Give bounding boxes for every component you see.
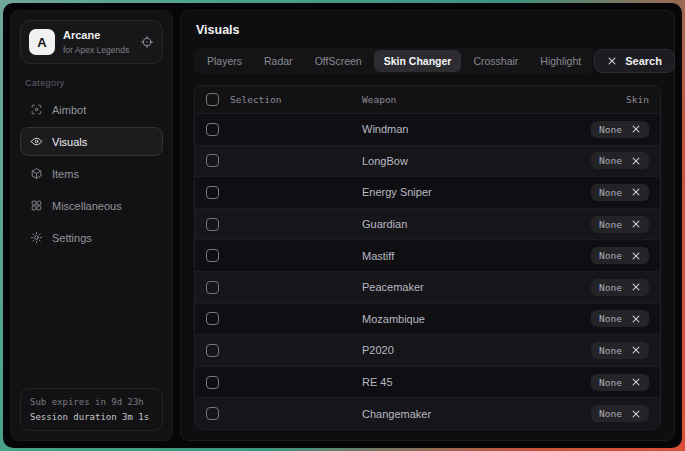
weapon-name: Guardian bbox=[362, 218, 407, 230]
skin-value: None bbox=[599, 219, 622, 230]
clear-skin-icon[interactable] bbox=[631, 345, 641, 355]
tab-radar[interactable]: Radar bbox=[254, 50, 303, 72]
skin-selector[interactable]: None bbox=[591, 405, 649, 422]
skin-selector[interactable]: None bbox=[591, 279, 649, 296]
skin-selector[interactable]: None bbox=[591, 247, 649, 264]
weapon-name: LongBow bbox=[362, 155, 408, 167]
page-title: Visuals bbox=[196, 23, 661, 37]
weapon-name: Peacemaker bbox=[362, 281, 424, 293]
skin-selector[interactable]: None bbox=[591, 121, 649, 138]
x-icon bbox=[607, 56, 617, 66]
clear-skin-icon[interactable] bbox=[631, 314, 641, 324]
clear-skin-icon[interactable] bbox=[631, 251, 641, 261]
clear-skin-icon[interactable] bbox=[631, 187, 641, 197]
main-panel: Visuals PlayersRadarOffScreenSkin Change… bbox=[180, 10, 675, 441]
table-row: Guardian None bbox=[195, 208, 660, 240]
visuals-icon bbox=[30, 135, 43, 148]
row-checkbox[interactable] bbox=[206, 186, 219, 199]
skin-selector[interactable]: None bbox=[591, 342, 649, 359]
table-row: Mozambique None bbox=[195, 303, 660, 335]
skin-value: None bbox=[599, 124, 622, 135]
sub-expiry-text: Sub expires in 9d 23h bbox=[30, 397, 153, 407]
weapon-name: Energy Sniper bbox=[362, 186, 432, 198]
skin-selector[interactable]: None bbox=[591, 310, 649, 327]
sidebar-item-settings[interactable]: Settings bbox=[20, 223, 163, 252]
skin-value: None bbox=[599, 408, 622, 419]
skin-selector[interactable]: None bbox=[591, 374, 649, 391]
category-label: Category bbox=[25, 78, 158, 88]
table-body: Windman None LongBow None Energy Sniper … bbox=[195, 113, 660, 429]
items-icon bbox=[30, 167, 43, 180]
table-header-row: Selection Weapon Skin bbox=[195, 86, 660, 113]
tab-offscreen[interactable]: OffScreen bbox=[305, 50, 372, 72]
app-subtitle: for Apex Legends bbox=[63, 45, 129, 55]
skin-value: None bbox=[599, 155, 622, 166]
sidebar-item-label: Settings bbox=[52, 232, 92, 244]
app-name: Arcane bbox=[63, 29, 129, 42]
clear-skin-icon[interactable] bbox=[631, 156, 641, 166]
skin-value: None bbox=[599, 282, 622, 293]
table-row: P2020 None bbox=[195, 334, 660, 366]
clear-skin-icon[interactable] bbox=[631, 377, 641, 387]
sidebar-item-label: Aimbot bbox=[52, 104, 86, 116]
misc-icon bbox=[30, 199, 43, 212]
weapon-name: Mozambique bbox=[362, 313, 425, 325]
skin-table: Selection Weapon Skin Windman None LongB… bbox=[194, 85, 661, 430]
sidebar-item-visuals[interactable]: Visuals bbox=[20, 127, 163, 156]
profile-card[interactable]: A Arcane for Apex Legends bbox=[20, 20, 163, 64]
table-row: Mastiff None bbox=[195, 239, 660, 271]
sidebar-item-label: Miscellaneous bbox=[52, 200, 122, 212]
session-duration-text: Session duration 3m 1s bbox=[30, 412, 153, 422]
sidebar-item-label: Visuals bbox=[52, 136, 87, 148]
column-header-selection: Selection bbox=[230, 94, 281, 105]
row-checkbox[interactable] bbox=[206, 407, 219, 420]
skin-selector[interactable]: None bbox=[591, 216, 649, 233]
clear-skin-icon[interactable] bbox=[631, 124, 641, 134]
row-checkbox[interactable] bbox=[206, 249, 219, 262]
table-row: LongBow None bbox=[195, 145, 660, 177]
sidebar-item-label: Items bbox=[52, 168, 79, 180]
clear-skin-icon[interactable] bbox=[631, 409, 641, 419]
table-row: Windman None bbox=[195, 113, 660, 145]
skin-value: None bbox=[599, 250, 622, 261]
sidebar: A Arcane for Apex Legends Category Aimbo… bbox=[10, 10, 173, 441]
skin-value: None bbox=[599, 345, 622, 356]
skin-value: None bbox=[599, 377, 622, 388]
tab-skin-changer[interactable]: Skin Changer bbox=[374, 50, 462, 72]
row-checkbox[interactable] bbox=[206, 281, 219, 294]
row-checkbox[interactable] bbox=[206, 312, 219, 325]
table-row: Energy Sniper None bbox=[195, 176, 660, 208]
row-checkbox[interactable] bbox=[206, 154, 219, 167]
weapon-name: RE 45 bbox=[362, 376, 393, 388]
target-icon[interactable] bbox=[140, 35, 154, 49]
clear-skin-icon[interactable] bbox=[631, 219, 641, 229]
select-all-checkbox[interactable] bbox=[206, 93, 219, 106]
search-button[interactable]: Search bbox=[594, 49, 675, 73]
toolbar: PlayersRadarOffScreenSkin ChangerCrossha… bbox=[194, 48, 661, 74]
subscription-status-card: Sub expires in 9d 23h Session duration 3… bbox=[20, 388, 163, 431]
skin-selector[interactable]: None bbox=[591, 184, 649, 201]
row-checkbox[interactable] bbox=[206, 344, 219, 357]
tab-highlight[interactable]: Highlight bbox=[530, 50, 591, 72]
weapon-name: P2020 bbox=[362, 344, 394, 356]
sidebar-item-aimbot[interactable]: Aimbot bbox=[20, 95, 163, 124]
row-checkbox[interactable] bbox=[206, 376, 219, 389]
row-checkbox[interactable] bbox=[206, 218, 219, 231]
tab-bar: PlayersRadarOffScreenSkin ChangerCrossha… bbox=[194, 48, 594, 74]
sidebar-item-miscellaneous[interactable]: Miscellaneous bbox=[20, 191, 163, 220]
row-checkbox[interactable] bbox=[206, 123, 219, 136]
table-row: Peacemaker None bbox=[195, 271, 660, 303]
weapon-name: Changemaker bbox=[362, 408, 431, 420]
skin-value: None bbox=[599, 313, 622, 324]
tab-crosshair[interactable]: Crosshair bbox=[463, 50, 528, 72]
sidebar-item-items[interactable]: Items bbox=[20, 159, 163, 188]
aimbot-icon bbox=[30, 103, 43, 116]
skin-selector[interactable]: None bbox=[591, 152, 649, 169]
tab-players[interactable]: Players bbox=[197, 50, 252, 72]
weapon-name: Windman bbox=[362, 123, 408, 135]
search-button-label: Search bbox=[625, 55, 662, 67]
settings-icon bbox=[30, 231, 43, 244]
app-logo: A bbox=[29, 29, 55, 55]
clear-skin-icon[interactable] bbox=[631, 282, 641, 292]
app-window: A Arcane for Apex Legends Category Aimbo… bbox=[3, 3, 682, 448]
